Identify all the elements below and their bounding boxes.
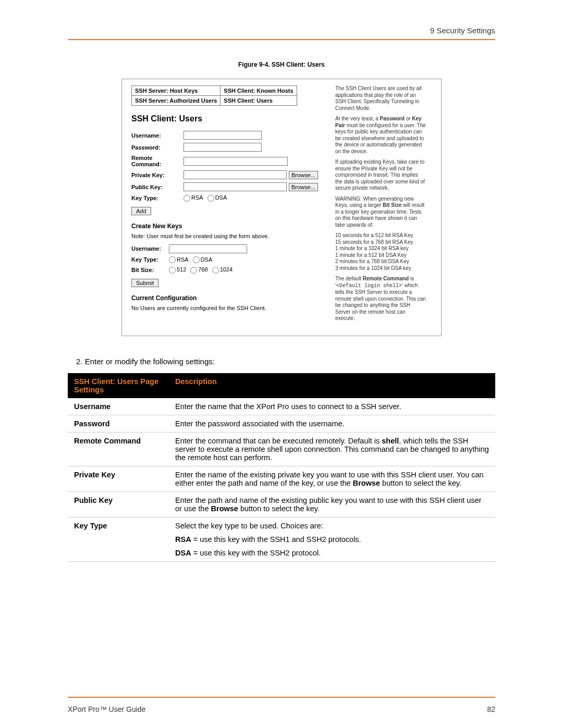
add-button[interactable]: Add: [131, 207, 151, 215]
footer-right: 82: [487, 705, 495, 713]
th-settings: SSH Client: Users Page Settings: [68, 373, 169, 398]
row-public-key-label: Public Key: [68, 491, 169, 517]
help-p4: WARNING: When generating new Keys, using…: [335, 196, 426, 229]
radio-1024-label[interactable]: 1024: [212, 266, 232, 274]
table-row: Public Key Enter the path and name of th…: [68, 491, 495, 517]
help-p3: If uploading existing Keys, take care to…: [335, 159, 426, 192]
current-config-heading: Current Configuration: [131, 294, 331, 302]
table-row: Password Enter the password associated w…: [68, 415, 495, 432]
footer: XPort Pro™ User Guide 82: [68, 705, 495, 713]
row-remote-cmd-desc: Enter the command that can be executed r…: [169, 432, 495, 466]
label-private-key: Private Key:: [131, 172, 183, 178]
tab-known-hosts[interactable]: SSH Client: Known Hosts: [221, 86, 297, 96]
row-username-label: Username: [68, 398, 169, 415]
create-keys-heading: Create New Keys: [131, 223, 331, 230]
row-password-desc: Enter the password associated with the u…: [169, 415, 495, 432]
browse-public-key-button[interactable]: Browse...: [289, 183, 318, 191]
step-2-text: 2. Enter or modify the following setting…: [87, 357, 495, 366]
label-bit-size: Bit Size:: [131, 267, 169, 273]
label-password: Password:: [131, 144, 183, 151]
table-row: Private Key Enter the name of the existi…: [68, 466, 495, 491]
radio-rsa2[interactable]: [169, 256, 176, 263]
submit-button[interactable]: Submit: [131, 279, 158, 287]
row-private-key-desc: Enter the name of the existing private k…: [169, 466, 495, 491]
label-username2: Username:: [131, 245, 169, 252]
figure-left-panel: SSH Server: Host Keys SSH Client: Known …: [131, 85, 335, 326]
help-p2: At the very least, a Password or Key Pai…: [335, 116, 426, 155]
table-row: Key Type Select the key type to be used.…: [68, 517, 495, 561]
label-public-key: Public Key:: [131, 184, 183, 190]
label-username: Username:: [131, 132, 183, 139]
radio-768[interactable]: [190, 267, 197, 274]
browse-private-key-button[interactable]: Browse...: [289, 171, 318, 179]
radio-dsa-label[interactable]: DSA: [207, 194, 227, 202]
label-remote-cmd: RemoteCommand:: [131, 155, 183, 167]
radio-rsa[interactable]: [183, 195, 190, 202]
figure-screenshot: SSH Server: Host Keys SSH Client: Known …: [121, 79, 442, 336]
table-row: Username Enter the name that the XPort P…: [68, 398, 495, 415]
radio-512[interactable]: [169, 267, 176, 274]
radio-dsa[interactable]: [207, 195, 214, 202]
row-password-label: Password: [68, 415, 169, 432]
radio-rsa2-label[interactable]: RSA: [169, 256, 189, 264]
panel-title: SSH Client: Users: [131, 114, 331, 124]
create-keys-note: Note: User must first be created using t…: [131, 233, 331, 239]
row-username-desc: Enter the name that the XPort Pro uses t…: [169, 398, 495, 415]
private-key-input[interactable]: [183, 170, 287, 179]
radio-512-label[interactable]: 512: [169, 266, 186, 274]
password-input[interactable]: [183, 143, 262, 152]
footer-left: XPort Pro™ User Guide: [68, 705, 145, 713]
tabs-table: SSH Server: Host Keys SSH Client: Known …: [131, 85, 297, 106]
public-key-input[interactable]: [183, 182, 287, 191]
help-times: 10 seconds for a 512 bit RSA Key 15 seco…: [335, 232, 426, 272]
label-key-type2: Key Type:: [131, 256, 169, 263]
th-description: Description: [169, 373, 495, 398]
radio-dsa2[interactable]: [193, 256, 200, 263]
tab-client-users[interactable]: SSH Client: Users: [221, 96, 297, 106]
username2-input[interactable]: [169, 244, 247, 253]
bottom-rule: [68, 697, 495, 698]
tab-host-keys[interactable]: SSH Server: Host Keys: [132, 86, 221, 96]
row-private-key-label: Private Key: [68, 466, 169, 491]
figure-help-panel: The SSH Client Users are used by all app…: [335, 85, 426, 326]
label-key-type: Key Type:: [131, 195, 183, 201]
radio-768-label[interactable]: 768: [190, 266, 207, 274]
remote-command-input[interactable]: [183, 157, 288, 166]
row-key-type-desc: Select the key type to be used. Choices …: [169, 517, 495, 561]
radio-rsa-label[interactable]: RSA: [183, 194, 203, 202]
tab-authorized-users[interactable]: SSH Server: Authorized Users: [132, 96, 221, 106]
top-rule: [68, 39, 495, 40]
row-key-type-label: Key Type: [68, 517, 169, 561]
settings-table: SSH Client: Users Page Settings Descript…: [68, 373, 495, 562]
help-p1: The SSH Client Users are used by all app…: [335, 85, 426, 112]
figure-caption: Figure 9-4. SSH Client: Users: [68, 61, 495, 68]
section-header: 9 Security Settings: [68, 26, 495, 35]
username-input[interactable]: [183, 131, 262, 140]
help-p5: The default Remote Command is '<Default …: [335, 276, 426, 322]
row-public-key-desc: Enter the path and name of the existing …: [169, 491, 495, 517]
current-config-text: No Users are currently configured for th…: [131, 305, 331, 311]
row-remote-cmd-label: Remote Command: [68, 432, 169, 466]
radio-1024[interactable]: [212, 267, 219, 274]
radio-dsa2-label[interactable]: DSA: [193, 256, 213, 264]
table-row: Remote Command Enter the command that ca…: [68, 432, 495, 466]
